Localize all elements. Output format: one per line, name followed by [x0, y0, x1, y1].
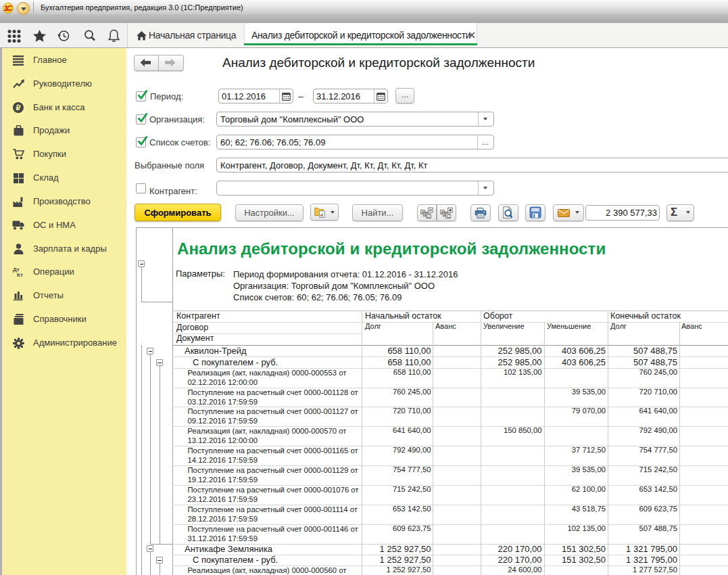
- svg-text:С: С: [447, 214, 450, 218]
- svg-text:₽: ₽: [16, 104, 21, 112]
- svg-text:С: С: [427, 214, 431, 218]
